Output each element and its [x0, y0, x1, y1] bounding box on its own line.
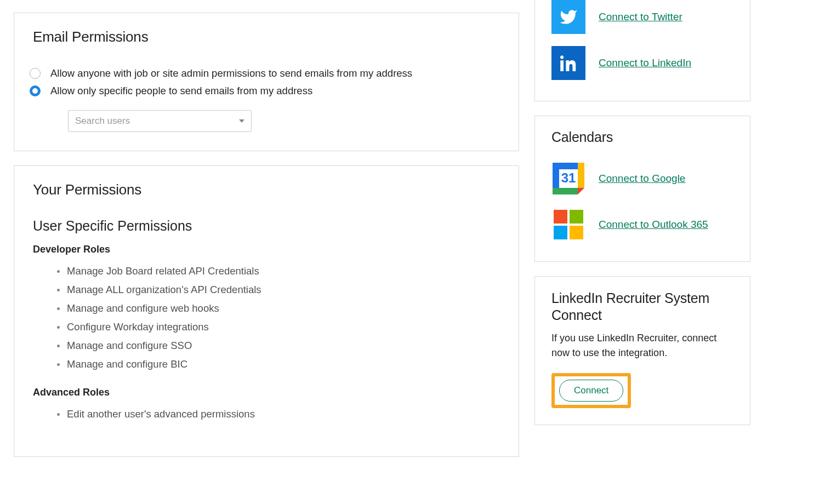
list-item: Edit another user's advanced permissions [67, 405, 500, 423]
linkedin-icon [551, 46, 585, 80]
google-calendar-icon: 31 [551, 162, 585, 196]
your-permissions-card: Your Permissions User Specific Permissio… [14, 165, 519, 457]
your-permissions-title: Your Permissions [33, 181, 500, 198]
lrsc-highlight: Connect [551, 373, 631, 408]
email-perm-radio-anyone[interactable]: Allow anyone with job or site admin perm… [30, 66, 500, 81]
combobox-placeholder: Search users [75, 116, 130, 127]
radio-label: Allow anyone with job or site admin perm… [50, 67, 412, 79]
developer-roles-list: Manage Job Board related API Credentials… [33, 262, 500, 374]
lrsc-title: LinkedIn Recruiter System Connect [551, 290, 733, 324]
calendars-card: Calendars 31 Connect to Google [534, 116, 750, 262]
list-item: Manage and configure BIC [67, 355, 500, 374]
developer-roles-heading: Developer Roles [33, 244, 500, 255]
svg-rect-6 [554, 210, 567, 224]
svg-rect-4 [553, 188, 578, 194]
connect-linkedin-link[interactable]: Connect to LinkedIn [599, 57, 691, 69]
twitter-row: Connect to Twitter [551, 0, 733, 34]
list-item: Manage ALL organization's API Credential… [67, 280, 500, 299]
twitter-icon [551, 0, 585, 34]
svg-rect-3 [578, 163, 584, 188]
advanced-roles-list: Edit another user's advanced permissions [33, 405, 500, 423]
lrsc-card: LinkedIn Recruiter System Connect If you… [534, 276, 750, 425]
outlook-row: Connect to Outlook 365 [551, 208, 733, 242]
lrsc-connect-button[interactable]: Connect [559, 380, 623, 402]
calendar-day-number: 31 [561, 170, 576, 185]
microsoft-icon [551, 208, 585, 242]
list-item: Manage and configure SSO [67, 336, 500, 355]
connect-outlook-link[interactable]: Connect to Outlook 365 [599, 219, 708, 231]
radio-label: Allow only specific people to send email… [50, 85, 312, 97]
calendars-title: Calendars [551, 129, 733, 145]
chevron-down-icon [239, 119, 244, 123]
lrsc-description: If you use LinkedIn Recruiter, connect n… [551, 331, 733, 362]
email-permissions-card: Email Permissions Allow anyone with job … [14, 13, 519, 151]
radio-checked-icon [30, 85, 41, 96]
social-connect-card: Connect to Twitter Connect to LinkedIn [534, 0, 750, 101]
search-users-combobox[interactable]: Search users [68, 110, 252, 132]
list-item: Manage and configure web hooks [67, 299, 500, 318]
linkedin-row: Connect to LinkedIn [551, 46, 733, 80]
list-item: Configure Workday integrations [67, 318, 500, 336]
svg-rect-7 [570, 210, 583, 224]
svg-rect-8 [554, 226, 567, 239]
connect-twitter-link[interactable]: Connect to Twitter [599, 11, 682, 23]
email-permissions-title: Email Permissions [33, 28, 500, 45]
radio-unchecked-icon [30, 68, 41, 79]
connect-google-link[interactable]: Connect to Google [599, 173, 685, 185]
advanced-roles-heading: Advanced Roles [33, 387, 500, 398]
email-perm-radio-specific[interactable]: Allow only specific people to send email… [30, 84, 500, 98]
svg-rect-9 [570, 226, 583, 239]
list-item: Manage Job Board related API Credentials [67, 262, 500, 280]
user-specific-permissions-title: User Specific Permissions [33, 218, 500, 234]
google-calendar-row: 31 Connect to Google [551, 162, 733, 196]
